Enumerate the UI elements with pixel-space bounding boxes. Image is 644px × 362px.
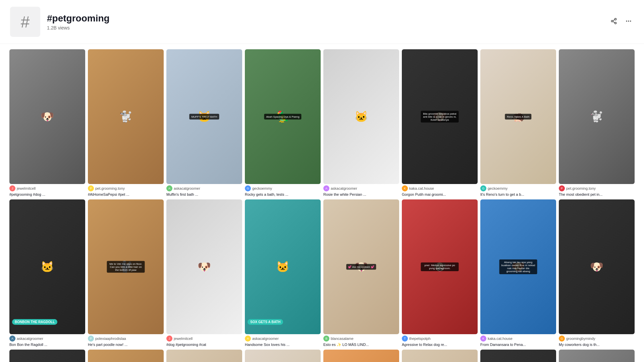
video-thumbnail: 🐶 yner: Medyo agressive po yung ipapagro… bbox=[402, 199, 478, 334]
video-description: From Damansara to Pena... bbox=[480, 342, 556, 347]
video-thumbnail: 🦜 Abah Spacing Dya & Paeng bbox=[245, 49, 321, 184]
avatar: G bbox=[559, 336, 565, 342]
avatar: P bbox=[559, 185, 565, 191]
header-actions bbox=[608, 16, 634, 27]
video-card[interactable]: 🐶 LOLA U user22 Cute dog grooming LOLA bbox=[402, 350, 478, 362]
username: jewelmitcell bbox=[174, 337, 193, 341]
creator-row: P pet.grooming.tony bbox=[559, 185, 635, 191]
video-card[interactable]: 🐱 MUFF'S FIRST BATH A askacatgroomer Muf… bbox=[166, 49, 242, 197]
username: kaka.cat.house bbox=[409, 186, 434, 190]
video-card[interactable]: 🐶 J jewelmitcell #petgrooming #dog ... bbox=[9, 49, 85, 197]
username: kaka.cat.house bbox=[488, 337, 513, 341]
creator-row: P pet.grooming.tony bbox=[88, 185, 164, 191]
video-card[interactable]: 🐱 SOX GETS A BATH A askacatgroomer Hands… bbox=[245, 199, 321, 347]
video-thumbnail: 🐶 Abang tak tau apa yang buatkan owner E… bbox=[480, 199, 556, 334]
creator-row: A askacatgroomer bbox=[323, 185, 399, 191]
video-card[interactable]: 🐶 yner: Medyo agressive po yung ipapagro… bbox=[402, 199, 478, 347]
video-card[interactable]: 🐱 My Life As A Cat Groomer For 10 years … bbox=[480, 350, 556, 362]
video-card[interactable]: 🦆 Fresh Duck U user21 Fresh Duck groomin… bbox=[323, 350, 399, 362]
username: blancasalame bbox=[331, 337, 354, 341]
video-card[interactable]: 🐶 Abang tak tau apa yang buatkan owner E… bbox=[480, 199, 556, 347]
creator-row: K kaka.cat.house bbox=[402, 185, 478, 191]
username: groomingbymindy bbox=[566, 337, 595, 341]
avatar: K bbox=[402, 185, 408, 191]
video-thumbnail: 🐩 bbox=[559, 49, 635, 184]
overlay-text: Abang tak tau apa yang buatkan owner Eva… bbox=[499, 259, 537, 274]
video-card[interactable]: 🐱 U user17 Cat grooming session ... bbox=[9, 350, 85, 362]
video-card[interactable]: 🐩 Me to Vet: He slips on floor. Can you … bbox=[88, 199, 164, 347]
video-card[interactable]: 🦜 Abah Spacing Dya & Paeng G geckoemmy R… bbox=[245, 49, 321, 197]
username: geckoemmy bbox=[252, 186, 272, 190]
video-description: Gorgon Putih mai groomi... bbox=[402, 192, 478, 197]
video-thumbnail: 🐶 Bila groomer terpaksa pakai anti bite … bbox=[402, 49, 478, 184]
avatar: G bbox=[245, 185, 251, 191]
video-card[interactable]: 🐶 J jewelmitcell #dog #petgrooming #cat bbox=[166, 199, 242, 347]
video-grid: 🐶 J jewelmitcell #petgrooming #dog ... 🐩… bbox=[9, 49, 635, 362]
username: jewelmitcell bbox=[17, 186, 36, 190]
video-description: Esto es ✨ LO MÁS LIND... bbox=[323, 342, 399, 347]
avatar: P bbox=[88, 185, 94, 191]
video-card[interactable]: 🐶 Trimming a Severe Sesh Hallermation U … bbox=[88, 350, 164, 362]
overlay-text: yner: Medyo agressive po yung ipapagroom… bbox=[421, 262, 459, 271]
video-description: It's Reno's turn to get a b... bbox=[480, 192, 556, 197]
video-thumbnail: 🐶 bbox=[9, 49, 85, 184]
avatar: J bbox=[9, 185, 15, 191]
overlay-text: MUFF'S FIRST BATH bbox=[189, 114, 219, 119]
thumb-emoji: 🐩 bbox=[88, 49, 164, 184]
video-card[interactable]: 🐶 💕 Así me reciben 💕 B blancasalame Esto… bbox=[323, 199, 399, 347]
video-thumbnail: 🐱 My Life As A Cat Groomer For 10 years bbox=[480, 350, 556, 362]
video-thumbnail: 🐱 SOX GETS A BATH bbox=[245, 199, 321, 334]
thumb-emoji: 🐶 bbox=[559, 199, 635, 334]
video-thumbnail: 🐱 bbox=[9, 350, 85, 362]
thumb-emoji: 🐱 bbox=[9, 199, 85, 334]
username: geckoemmy bbox=[488, 186, 507, 190]
video-thumbnail: 🐱 BONBON THE RAGDOLL bbox=[9, 199, 85, 334]
video-description: My coworkers dog is th... bbox=[559, 342, 635, 347]
svg-point-7 bbox=[630, 20, 631, 21]
video-card[interactable]: 🐶 G groomingbymindy My coworkers dog is … bbox=[559, 199, 635, 347]
creator-row: A askacatgroomer bbox=[9, 336, 85, 342]
svg-point-6 bbox=[628, 20, 629, 21]
video-thumbnail: 🐱 MUFF'S FIRST BATH bbox=[166, 49, 242, 184]
avatar: J bbox=[166, 336, 172, 342]
thumb-emoji: 🐶 bbox=[9, 49, 85, 184]
video-card[interactable]: 🐩 P pet.grooming.tony #AtHomeSaPepsi #pe… bbox=[88, 49, 164, 197]
more-options-button[interactable] bbox=[623, 16, 634, 27]
video-thumbnail: 🐩 Me to Vet: He slips on floor. Can you … bbox=[88, 199, 164, 334]
avatar: A bbox=[9, 336, 15, 342]
video-description: Muffin's first bath ... bbox=[166, 192, 242, 197]
avatar: A bbox=[245, 336, 251, 342]
video-description: The most obedient pet in... bbox=[559, 192, 635, 197]
video-card[interactable]: 🐶 STELLA U user19 STELLA grooming ... bbox=[166, 350, 242, 362]
video-thumbnail: 🐶 bbox=[166, 199, 242, 334]
avatar: A bbox=[166, 185, 172, 191]
video-thumbnail: 🐱 bbox=[323, 49, 399, 184]
video-card[interactable]: 🐶 Bila groomer terpaksa pakai anti bite … bbox=[402, 49, 478, 197]
creator-row: K kaka.cat.house bbox=[480, 336, 556, 342]
avatar: G bbox=[480, 185, 486, 191]
video-thumbnail: 🐩 bbox=[88, 49, 164, 184]
username: thepetspotph bbox=[409, 337, 431, 341]
video-card[interactable]: 🐱 BONBON THE RAGDOLL A askacatgroomer Bo… bbox=[9, 199, 85, 347]
video-card[interactable]: 🌿 One Minute of Preening U user20 One Mi… bbox=[245, 350, 321, 362]
video-description: #petgrooming #dog ... bbox=[9, 192, 85, 197]
video-thumbnail: 🌿 One Minute of Preening bbox=[245, 350, 321, 362]
hashtag-header: # #petgrooming 1.2B views bbox=[0, 0, 644, 44]
video-description: Agressive to Relax dog re... bbox=[402, 342, 478, 347]
creator-row: G geckoemmy bbox=[480, 185, 556, 191]
hashtag-icon-box: # bbox=[10, 7, 40, 37]
video-card[interactable]: 🐩 P pet.grooming.tony The most obedient … bbox=[559, 49, 635, 197]
video-thumbnail: 🐶 LOLA bbox=[402, 350, 478, 362]
avatar: K bbox=[480, 336, 486, 342]
hashtag-symbol: # bbox=[21, 13, 30, 31]
video-description: Rosie the white Persian ... bbox=[323, 192, 399, 197]
page-title: #petgrooming bbox=[47, 13, 602, 24]
video-card[interactable]: 🐩 U user24 Fluffy dog grooming ... bbox=[559, 350, 635, 362]
video-card[interactable]: 🦔 Reno Takes A Bath G geckoemmy It's Ren… bbox=[480, 49, 556, 197]
overlay-text: Bila groomer terpaksa pakai anti bite & … bbox=[421, 111, 459, 122]
video-description: Handsome Sox loves his ... bbox=[245, 342, 321, 347]
creator-row: J jewelmitcell bbox=[166, 336, 242, 342]
thumb-emoji: 🐱 bbox=[9, 350, 85, 362]
video-card[interactable]: 🐱 A askacatgroomer Rosie the white Persi… bbox=[323, 49, 399, 197]
share-button[interactable] bbox=[608, 16, 619, 27]
